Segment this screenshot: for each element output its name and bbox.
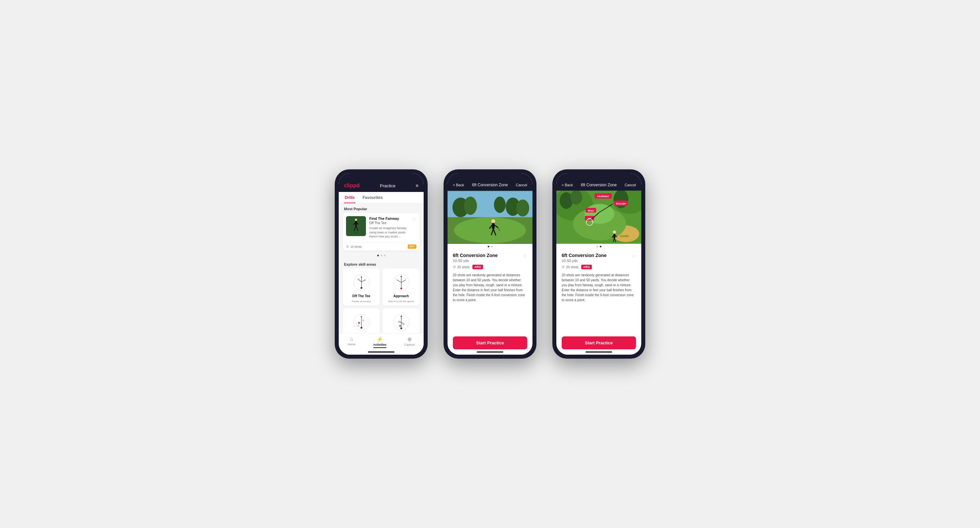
detail-body-2: 6ft Conversion Zone 10-50 yds ☆ ⏱ 20 sho… xyxy=(447,249,533,337)
detail-dots-2 xyxy=(447,244,533,249)
home-indicator-1 xyxy=(368,351,395,353)
screen-title: Practice xyxy=(380,183,395,188)
drill-badge: OTT xyxy=(408,244,416,249)
svg-line-3 xyxy=(356,226,358,231)
phone-2: < Back 6ft Conversion Zone Cancel xyxy=(444,169,536,359)
app-logo: clippd xyxy=(344,183,360,188)
content-area: Most Popular xyxy=(339,204,424,333)
phone1-header: clippd Practice ≡ xyxy=(339,173,424,192)
svg-point-74 xyxy=(613,230,616,234)
golf-illustration-content: FAIRWAY ROUGH Miss Hit xyxy=(556,191,641,244)
svg-point-14 xyxy=(364,279,366,281)
drill-star-2[interactable]: ☆ xyxy=(522,253,527,259)
drill-info: Find The Fairway Off The Tee Create an i… xyxy=(369,216,409,239)
nav-underline xyxy=(373,347,387,348)
explore-label: Explore skill areas xyxy=(339,259,424,268)
detail-body-3: 6ft Conversion Zone 10-50 yds ☆ ⏱ 20 sho… xyxy=(556,249,641,337)
svg-point-49 xyxy=(454,217,526,243)
svg-line-40 xyxy=(401,322,403,324)
home-icon: ⌂ xyxy=(350,336,353,342)
skills-grid: Off The Tee Power accuracy xyxy=(339,268,424,333)
svg-text:ROUGH: ROUGH xyxy=(616,202,626,205)
tab-drills[interactable]: Drills xyxy=(344,192,355,203)
svg-line-2 xyxy=(354,226,356,231)
nav-capture[interactable]: ⊕ Capture xyxy=(404,336,415,348)
home-indicator-3 xyxy=(585,351,612,353)
dot-3 xyxy=(384,255,385,256)
skill-card-atg[interactable]: Around The Green Hone your short game xyxy=(343,308,380,333)
drill-footer: ⏱ 10 shots OTT xyxy=(343,242,420,251)
svg-point-25 xyxy=(361,316,362,317)
drill-description-2: 20 shots are randomly generated at dista… xyxy=(453,273,527,303)
svg-point-46 xyxy=(516,199,529,217)
svg-point-0 xyxy=(355,219,357,221)
nav-activities[interactable]: ⚡ Activities xyxy=(373,336,387,348)
approach-icon-area xyxy=(391,272,411,292)
golfer-image xyxy=(351,218,361,234)
svg-rect-75 xyxy=(613,234,616,238)
home-indicator-2 xyxy=(477,351,503,353)
svg-point-62 xyxy=(585,204,614,224)
tab-favourites[interactable]: Favourites xyxy=(362,192,383,203)
back-button-2[interactable]: < Back xyxy=(453,183,464,187)
putting-skill-icon xyxy=(392,313,410,332)
photo-dot xyxy=(491,246,493,247)
svg-point-47 xyxy=(494,196,506,213)
cancel-button-3[interactable]: Cancel xyxy=(625,183,636,187)
detail-dots-3 xyxy=(556,244,641,249)
skill-card-putting[interactable]: Putting Make and lag practice xyxy=(382,308,420,333)
dot-1 xyxy=(377,255,379,256)
drill-range-3: 10-50 yds xyxy=(562,259,606,263)
svg-point-23 xyxy=(400,287,402,290)
golf-illustration-svg: FAIRWAY ROUGH Miss Hit xyxy=(556,191,641,244)
back-button-3[interactable]: < Back xyxy=(562,183,573,187)
drill-shots-2: ⏱ 20 shots xyxy=(453,265,470,269)
clock-icon-3: ⏱ xyxy=(562,265,565,269)
svg-line-20 xyxy=(401,280,406,282)
svg-point-64 xyxy=(570,191,582,204)
svg-line-22 xyxy=(406,279,406,280)
skill-card-approach[interactable]: Approach Dial-in to hit the green xyxy=(382,268,420,306)
most-popular-label: Most Popular xyxy=(339,204,424,213)
phone3-header: < Back 6ft Conversion Zone Cancel xyxy=(556,173,641,191)
scene: clippd Practice ≡ Drills Favourites Most… xyxy=(315,150,665,378)
notch-3 xyxy=(585,173,612,175)
drill-photo xyxy=(447,191,533,244)
start-practice-button-3[interactable]: Start Practice xyxy=(562,337,636,349)
svg-line-5 xyxy=(356,222,359,225)
svg-rect-51 xyxy=(492,223,495,229)
svg-point-44 xyxy=(464,196,477,215)
svg-point-9 xyxy=(361,276,362,278)
drill-meta-2: ⏱ 20 shots ARG xyxy=(453,265,527,269)
svg-line-6 xyxy=(359,225,360,226)
drill-star-icon[interactable]: ☆ xyxy=(412,216,416,222)
atg-skill-icon xyxy=(352,313,371,332)
drill-description-3: 20 shots are randomly generated at dista… xyxy=(562,273,636,303)
featured-drill-card[interactable]: Find The Fairway Off The Tee Create an i… xyxy=(343,213,420,251)
golf-scene-svg xyxy=(447,191,533,244)
drill-title-3: 6ft Conversion Zone xyxy=(562,253,606,258)
ott-name: Off The Tee xyxy=(352,294,370,298)
skill-card-ott[interactable]: Off The Tee Power accuracy xyxy=(343,268,380,306)
carousel-dots xyxy=(339,254,424,259)
svg-text:FAIRWAY: FAIRWAY xyxy=(597,195,609,198)
drill-name: Find The Fairway xyxy=(369,216,409,221)
notch xyxy=(368,173,395,175)
drill-subtitle: Off The Tee xyxy=(369,221,409,225)
drill-star-3[interactable]: ☆ xyxy=(631,253,636,259)
svg-point-38 xyxy=(399,325,401,327)
svg-line-19 xyxy=(397,280,401,282)
nav-capture-label: Capture xyxy=(404,343,415,346)
cancel-button-2[interactable]: Cancel xyxy=(516,183,527,187)
activities-icon: ⚡ xyxy=(377,336,383,342)
approach-name: Approach xyxy=(393,294,409,298)
start-practice-button-2[interactable]: Start Practice xyxy=(453,337,527,349)
svg-point-34 xyxy=(401,316,402,317)
clock-icon-2: ⏱ xyxy=(453,265,456,269)
menu-icon[interactable]: ≡ xyxy=(416,183,418,188)
svg-text:SAND: SAND xyxy=(620,234,629,238)
nav-home[interactable]: ⌂ Home xyxy=(348,336,356,348)
phone2-header: < Back 6ft Conversion Zone Cancel xyxy=(447,173,533,191)
approach-sub: Dial-in to hit the green xyxy=(388,300,414,303)
ott-icon-area xyxy=(351,272,371,292)
